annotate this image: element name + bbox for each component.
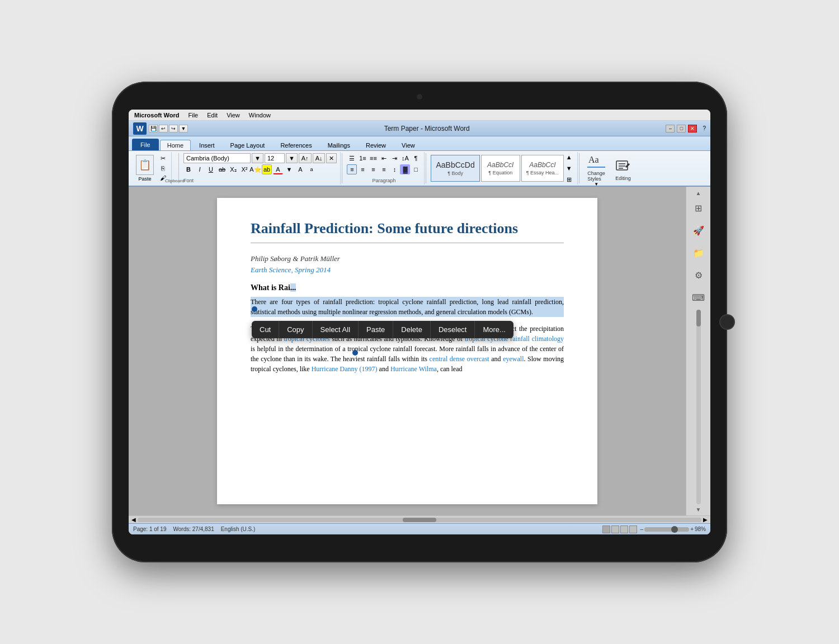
bold-button[interactable]: B	[183, 164, 194, 174]
numbering-btn[interactable]: 1≡	[357, 153, 367, 163]
maximize-button[interactable]: □	[677, 125, 686, 132]
shading-btn[interactable]: ▓	[400, 164, 410, 174]
font-color-button[interactable]: A	[273, 164, 283, 174]
mac-menu-window[interactable]: Window	[249, 112, 271, 119]
view-print-btn[interactable]	[602, 525, 610, 533]
font-name-input[interactable]	[183, 153, 251, 163]
tab-mailings[interactable]: Mailings	[320, 140, 357, 150]
zoom-out-btn[interactable]: –	[640, 526, 644, 532]
justify-btn[interactable]: ≡	[379, 164, 389, 174]
right-scrollbar[interactable]	[696, 310, 701, 504]
selection-handle-bottom[interactable]	[352, 350, 358, 356]
clear-format-btn[interactable]: ✕	[326, 153, 337, 163]
style-equation[interactable]: AaBbCcI ¶ Equation	[481, 155, 520, 182]
sidebar-scroll-down[interactable]: ▼	[689, 505, 709, 513]
minimize-button[interactable]: –	[666, 125, 675, 132]
sidebar-icon-rocket[interactable]: 🚀	[689, 220, 709, 240]
doc-page[interactable]: Cut Copy Select All Paste Delete Deselec…	[217, 198, 597, 504]
qa-undo[interactable]: ↩	[159, 125, 168, 132]
sidebar-icon-keyboard[interactable]: ⌨	[689, 287, 709, 307]
ctx-select-all[interactable]: Select All	[313, 321, 359, 338]
ctx-more[interactable]: More...	[475, 321, 513, 338]
text-effects-button[interactable]: A⭐	[251, 164, 261, 174]
borders-btn[interactable]: □	[411, 164, 421, 174]
style-essay-heading[interactable]: AaBbCcI ¶ Essay Hea...	[521, 155, 564, 182]
qa-save[interactable]: 💾	[149, 125, 158, 132]
copy-button[interactable]: ⎘	[158, 164, 168, 172]
selected-paragraph[interactable]: There are four types of rainfall predict…	[251, 297, 564, 317]
font-shrink-btn[interactable]: A↓	[313, 153, 326, 163]
qa-redo[interactable]: ↪	[169, 125, 178, 132]
styles-scroll-up[interactable]: ▲	[564, 152, 574, 162]
view-draft-btn[interactable]	[629, 525, 637, 533]
ctx-delete[interactable]: Delete	[393, 321, 431, 338]
link-dense-overcast[interactable]: central dense overcast	[430, 355, 489, 363]
text-highlight-button[interactable]: ab	[262, 164, 272, 174]
font-name-dropdown[interactable]: ▼	[252, 153, 263, 163]
style-body[interactable]: AaBbCcDd ¶ Body	[431, 155, 479, 182]
qa-customize[interactable]: ▼	[179, 125, 188, 132]
tab-review[interactable]: Review	[359, 140, 393, 150]
font-size-input[interactable]	[265, 153, 285, 163]
tab-insert[interactable]: Insert	[192, 140, 222, 150]
mac-menu-view[interactable]: View	[227, 112, 240, 119]
line-spacing-btn[interactable]: ↕	[389, 164, 399, 174]
context-menu: Cut Copy Select All Paste Delete Deselec…	[252, 321, 513, 338]
styles-expand[interactable]: ⊞	[564, 174, 574, 184]
horizontal-scrollbar[interactable]: ◀ ▶	[129, 515, 710, 523]
view-web-btn[interactable]	[611, 525, 619, 533]
selection-handle-top[interactable]	[252, 306, 257, 312]
styles-scroll-down[interactable]: ▼	[564, 163, 574, 173]
ctx-deselect[interactable]: Deselect	[431, 321, 475, 338]
font-color-dropdown[interactable]: ▼	[284, 164, 294, 174]
font-size-small[interactable]: a	[307, 164, 317, 174]
cut-button[interactable]: ✂	[158, 154, 168, 163]
change-styles-button[interactable]: Aa ChangeStyles ▼	[584, 149, 609, 188]
tab-view[interactable]: View	[394, 140, 422, 150]
subscript-button[interactable]: X₂	[228, 164, 238, 174]
align-right-btn[interactable]: ≡	[368, 164, 378, 174]
multilevel-btn[interactable]: ≡≡	[368, 153, 378, 163]
mac-menu-edit[interactable]: Edit	[207, 112, 218, 119]
scroll-right-btn[interactable]: ▶	[701, 516, 709, 524]
view-outline-btn[interactable]	[620, 525, 628, 533]
mac-menu-file[interactable]: File	[188, 112, 198, 119]
decrease-indent-btn[interactable]: ⇤	[379, 153, 389, 163]
scroll-left-btn[interactable]: ◀	[130, 516, 138, 524]
ctx-cut[interactable]: Cut	[252, 321, 279, 338]
scrollbar-thumb[interactable]	[403, 518, 436, 522]
sidebar-icon-folder[interactable]: 📁	[689, 243, 709, 263]
font-grow-btn[interactable]: A↑	[299, 153, 312, 163]
link-eyewall[interactable]: eyewall	[503, 355, 524, 363]
ctx-paste[interactable]: Paste	[359, 321, 393, 338]
editing-button[interactable]: Editing	[611, 154, 635, 182]
zoom-slider[interactable]	[644, 527, 689, 532]
font-size-dropdown[interactable]: ▼	[286, 153, 298, 163]
ctx-copy[interactable]: Copy	[279, 321, 312, 338]
align-center-btn[interactable]: ≡	[357, 164, 367, 174]
tab-home[interactable]: Home	[160, 140, 191, 150]
underline-button[interactable]: U	[206, 164, 216, 174]
sort-btn[interactable]: ↕A	[400, 153, 410, 163]
close-button[interactable]: ✕	[688, 125, 697, 132]
link-hurricane-wilma[interactable]: Hurricane Wilma	[390, 365, 437, 373]
sidebar-icon-settings[interactable]: ⚙	[689, 265, 709, 285]
sidebar-icon-windows[interactable]: ⊞	[689, 198, 709, 218]
show-para-btn[interactable]: ¶	[411, 153, 421, 163]
tab-file[interactable]: File	[132, 139, 159, 150]
strikethrough-button[interactable]: ab	[217, 164, 227, 174]
link-hurricane-danny[interactable]: Hurricane Danny (1997)	[312, 365, 378, 373]
sidebar-scroll-up[interactable]: ▲	[689, 189, 709, 197]
zoom-in-btn[interactable]: +	[690, 526, 694, 532]
superscript-button[interactable]: X²	[239, 164, 249, 174]
tab-references[interactable]: References	[273, 140, 319, 150]
help-btn[interactable]: ?	[703, 125, 706, 131]
align-left-btn[interactable]: ≡	[347, 164, 357, 174]
ipad-home-button[interactable]	[719, 314, 735, 330]
italic-button[interactable]: I	[195, 164, 205, 174]
font-size-large[interactable]: A	[295, 164, 305, 174]
paste-button[interactable]: 📋 Paste	[133, 153, 157, 183]
increase-indent-btn[interactable]: ⇥	[389, 153, 399, 163]
bullets-btn[interactable]: ☰	[347, 153, 357, 163]
tab-page-layout[interactable]: Page Layout	[223, 140, 272, 150]
